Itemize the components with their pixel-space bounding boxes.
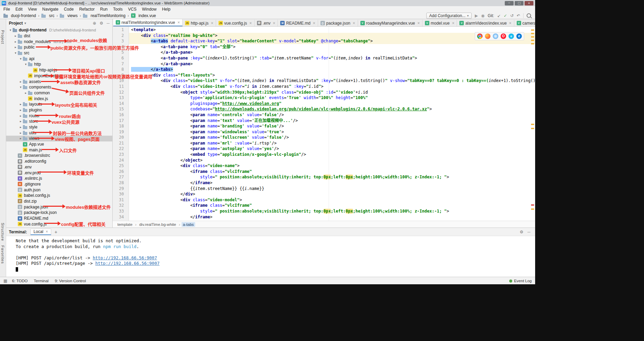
tree-item-main.js[interactable]: JSmain.js	[6, 147, 112, 153]
menu-code[interactable]: Code	[61, 7, 76, 12]
project-panel-title[interactable]: Project▾	[9, 21, 26, 26]
tree-toggle-icon[interactable]: ▸	[18, 103, 23, 106]
tree-item-dist.zip[interactable]: Zdist.zip	[6, 199, 112, 204]
code-line[interactable]: <param name='fullscreen' value='false'/>	[129, 135, 535, 140]
menu-view[interactable]: View	[25, 7, 40, 12]
tab-close-icon[interactable]: ×	[249, 21, 252, 26]
tree-item-.eslintrc.js[interactable]: E.eslintrc.js	[6, 176, 112, 181]
code-line[interactable]: <param name='mrl' :value='i.rtsp'/>	[129, 140, 535, 146]
code-line[interactable]: <object style="width:390px;height:219px"…	[129, 90, 535, 95]
tree-toggle-icon[interactable]: ▸	[24, 91, 28, 95]
menu-file[interactable]: File	[1, 7, 13, 12]
code-line[interactable]: type='application/x-vlc-plugin' events='…	[129, 95, 535, 101]
ie-browser-icon[interactable]	[509, 33, 514, 39]
line-number[interactable]: 11	[113, 84, 124, 90]
line-number[interactable]: 22	[113, 146, 124, 152]
tab-close-icon[interactable]: ×	[509, 21, 512, 26]
line-number[interactable]: 27	[113, 174, 124, 180]
tree-toggle-icon[interactable]: ▸	[13, 34, 18, 38]
code-line[interactable]: <div class="video-model">	[129, 197, 535, 203]
code-line[interactable]: <div class="video-item" v-for="i in item…	[129, 84, 535, 90]
tree-item-.editorconfig[interactable]: ⚙.editorconfig	[6, 159, 112, 164]
code-line[interactable]: </a-tab-pane>	[129, 50, 535, 55]
code-line[interactable]: </a-tab-pane>	[129, 61, 535, 67]
editor-tab[interactable]: MREADME.md×	[278, 20, 318, 26]
tree-item-README.md[interactable]: MREADME.md	[6, 216, 112, 221]
close-button[interactable]: ×	[525, 1, 533, 5]
tree-item-App.vue[interactable]: VApp.vue	[6, 141, 112, 147]
code-line[interactable]: <div class="video-list" v-for="(item,ind…	[129, 78, 535, 84]
gear-icon[interactable]: ⚙	[520, 230, 524, 234]
code-line[interactable]: <param name='branding' value='false'/>	[129, 123, 535, 129]
git-rollback-icon[interactable]: ↶	[517, 14, 520, 18]
line-number[interactable]: 7	[113, 61, 124, 67]
tree-item-components[interactable]: ▾components	[6, 84, 112, 90]
tree-item-http-api.js[interactable]: JShttp-api.js	[6, 67, 112, 73]
code-line[interactable]: <div class="video-name">	[129, 163, 535, 169]
code-line[interactable]: <iframe class="vlcIframe"	[129, 169, 535, 175]
line-number[interactable]: 24	[113, 158, 124, 163]
tree-item-package.json[interactable]: {}package.json	[6, 204, 112, 210]
terminal-link[interactable]: http://192.168.66.56:9007	[93, 255, 157, 260]
tree-item-babel.config.js[interactable]: JSbabel.config.js	[6, 193, 112, 199]
line-number[interactable]: 28	[113, 180, 124, 186]
tree-toggle-icon[interactable]: ▸	[18, 114, 23, 118]
code-line[interactable]: <iframe class="vlcIframe"	[129, 203, 535, 208]
tree-item-utils[interactable]: ▸utils	[6, 130, 112, 136]
tab-close-icon[interactable]: ×	[177, 20, 180, 25]
menu-navigate[interactable]: Navigate	[40, 7, 61, 12]
line-number[interactable]: 34	[113, 214, 124, 220]
tree-item-.env.prod[interactable]: ⚙.env.prod	[6, 170, 112, 176]
line-number[interactable]: 15	[113, 106, 124, 112]
breadcrumb-item[interactable]: views	[59, 13, 78, 18]
tree-item-plugins[interactable]: ▸plugins	[6, 107, 112, 113]
line-number[interactable]: 2	[113, 33, 124, 39]
line-number[interactable]: 1	[113, 27, 124, 33]
code-line[interactable]: <div class="flex-layouts">	[129, 72, 535, 78]
status-item-9-version-control[interactable]: 9: Version Control	[55, 279, 86, 283]
tree-toggle-icon[interactable]: ▾	[18, 57, 23, 60]
code-line[interactable]: <template>	[129, 27, 535, 33]
line-number[interactable]: 21	[113, 140, 124, 146]
status-item-terminal[interactable]: Terminal	[34, 279, 48, 283]
tree-item-auth.json[interactable]: {}auth.json	[6, 187, 112, 193]
tree-item-duoji-frontend[interactable]: ▾duoji-frontendD:\zheheWeb\duoji-fronten…	[6, 27, 112, 33]
tree-toggle-icon[interactable]: ▸	[18, 125, 23, 129]
code-line[interactable]: </iframe>	[129, 214, 535, 220]
code-line[interactable]: <embed type="application/x-google-vlc-pl…	[129, 152, 535, 158]
tree-toggle-icon[interactable]: ▸	[13, 40, 18, 43]
line-number[interactable]: 25	[113, 163, 124, 169]
code-line[interactable]: style=" position:absolute;visibility:inh…	[129, 208, 535, 214]
tree-toggle-icon[interactable]: ▾	[13, 51, 18, 55]
code-line[interactable]: </object>	[129, 158, 535, 163]
tree-item-layouts[interactable]: ▸layouts	[6, 101, 112, 107]
code-line[interactable]: {{item.streetName}} {{i.name}}	[129, 186, 535, 192]
menu-vcs[interactable]: VCS	[125, 7, 139, 12]
tree-item-.env[interactable]: ⚙.env	[6, 164, 112, 170]
tree-item-importExcel.js[interactable]: JSimportExcel.js	[6, 73, 112, 79]
tree-item-http[interactable]: ▾http	[6, 62, 112, 67]
editor-tab[interactable]: JShttp-api.js×	[183, 20, 216, 26]
line-number[interactable]: 4	[113, 44, 124, 50]
tab-close-icon[interactable]: ×	[313, 21, 315, 26]
tree-toggle-icon[interactable]: ▾	[18, 85, 23, 89]
breadcrumb-element[interactable]: div.realTime.bg-white	[138, 222, 177, 227]
tab-close-icon[interactable]: ×	[452, 21, 454, 26]
breadcrumb-element[interactable]: template	[116, 222, 134, 227]
safari-browser-icon[interactable]	[493, 33, 498, 39]
code-line[interactable]: <a-tab-pane key="0" tab="全部">	[129, 44, 535, 50]
tab-close-icon[interactable]: ×	[353, 21, 355, 26]
line-number[interactable]: 10	[113, 78, 124, 84]
line-number[interactable]: 14	[113, 101, 124, 107]
breadcrumb-item[interactable]: src	[41, 13, 55, 18]
line-number[interactable]: 29	[113, 186, 124, 192]
tree-item-.browserslistrc[interactable]: ≡.browserslistrc	[6, 153, 112, 159]
code-line[interactable]: pluginspage="http://www.videolan.org"	[129, 101, 535, 107]
tree-item-node_modules[interactable]: ▸node_moduleslibrary root	[6, 39, 112, 44]
line-number[interactable]: 16	[113, 112, 124, 118]
tree-toggle-icon[interactable]: ▾	[8, 28, 13, 32]
add-configuration-button[interactable]: Add Configuration...▾	[426, 13, 472, 19]
tree-toggle-icon[interactable]: ▸	[18, 108, 23, 112]
editor-tab[interactable]: {}package.json×	[318, 20, 358, 26]
editor-tab[interactable]: ⚙.env×	[255, 20, 278, 26]
